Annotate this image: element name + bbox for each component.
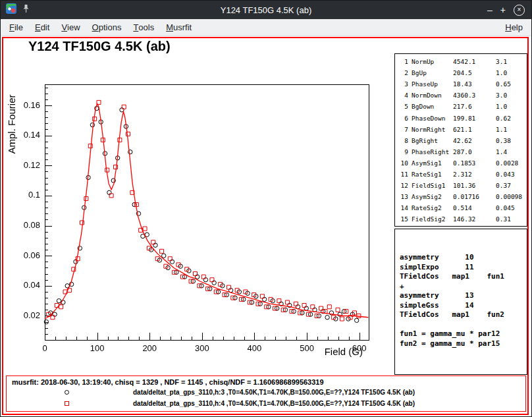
legend-box[interactable]: musrfit: 2018-06-30, 13:19:40, chisq = 1… <box>6 375 526 412</box>
plot-title: Y124 TF150G 4.5K (ab) <box>28 39 171 54</box>
theory-box[interactable]: asymmetry 10simplExpo 11TFieldCos map1 f… <box>394 229 527 375</box>
menu-file[interactable]: File <box>3 19 29 36</box>
menubar-right-items: Help <box>499 19 529 36</box>
theory-line: simpleGss 14 <box>400 301 527 311</box>
window-title: Y124 TF150G 4.5K (ab) <box>1 5 531 15</box>
close-button[interactable]: × <box>514 5 525 16</box>
parameter-row: 8BgRight42.620.38 <box>399 135 527 146</box>
theory-line: TFieldCos map1 fun2 <box>400 310 527 320</box>
parameter-row: 4NormDown4360.33.0 <box>399 90 527 101</box>
parameter-row: 9PhaseRight287.01.4 <box>399 146 527 157</box>
legend-label: data/deltat_pta_gps_3110,h:4 ,T0=4.50K,T… <box>133 400 415 407</box>
parameter-row: 6PhaseDown199.810.62 <box>399 112 527 123</box>
theory-line: fun1 = gamma_mu * par12 <box>400 329 527 339</box>
theory-lines: asymmetry 10simplExpo 11TFieldCos map1 f… <box>400 253 527 348</box>
root-canvas[interactable]: Y124 TF150G 4.5K (ab) Ampl. Fourier Fiel… <box>2 37 529 415</box>
parameter-row: 3PhaseUp18.430.65 <box>399 78 527 90</box>
app-window: Y124 TF150G 4.5K (ab) – + × FileEditView… <box>0 0 532 417</box>
theory-line: asymmetry 13 <box>400 291 527 301</box>
square-marker-icon <box>65 401 69 406</box>
parameter-row: 13AsymSig20.017160.00098 <box>399 191 527 202</box>
menubar-items: FileEditViewOptionsToolsMusrfit <box>3 19 198 36</box>
parameter-rows: 1NormUp4542.13.12BgUp204.51.03PhaseUp18.… <box>399 56 527 225</box>
circle-marker-icon <box>65 390 69 395</box>
parameter-row: 2BgUp204.51.0 <box>399 67 527 78</box>
menu-musrfit[interactable]: Musrfit <box>160 19 198 36</box>
pin-icon[interactable] <box>22 4 30 16</box>
parameter-row: 11RateSig12.3120.043 <box>399 169 527 180</box>
minimize-button[interactable]: – <box>487 5 492 14</box>
legend-entry: data/deltat_pta_gps_3110,h:3 ,T0=4.50K,T… <box>7 387 525 398</box>
parameter-row: 14RateSig20.5140.045 <box>399 202 527 213</box>
parameter-row: 15FieldSig2146.320.31 <box>399 213 527 225</box>
maximize-button[interactable]: + <box>500 5 506 14</box>
theory-line: + <box>400 282 527 292</box>
theory-line: fun2 = gamma_mu * par15 <box>400 339 527 349</box>
legend-entries: data/deltat_pta_gps_3110,h:3 ,T0=4.50K,T… <box>7 387 525 409</box>
parameter-box[interactable]: 1NormUp4542.13.12BgUp204.51.03PhaseUp18.… <box>394 53 527 227</box>
titlebar[interactable]: Y124 TF150G 4.5K (ab) – + × <box>1 1 531 19</box>
theory-line: simplExpo 11 <box>400 263 527 273</box>
legend-entry: data/deltat_pta_gps_3110,h:4 ,T0=4.50K,T… <box>7 398 525 409</box>
menu-edit[interactable]: Edit <box>29 19 55 36</box>
app-icon[interactable] <box>6 3 16 16</box>
menu-view[interactable]: View <box>55 19 86 36</box>
parameter-row: 1NormUp4542.13.1 <box>399 56 527 67</box>
parameter-row: 5BgDown217.61.0 <box>399 101 527 112</box>
menu-options[interactable]: Options <box>86 19 128 36</box>
theory-line: TFieldCos map1 fun1 <box>400 272 527 282</box>
parameter-row: 7NormRight621.11.1 <box>399 124 527 135</box>
menu-tools[interactable]: Tools <box>127 19 160 36</box>
fit-info: musrfit: 2018-06-30, 13:19:40, chisq = 1… <box>12 378 525 386</box>
menubar: FileEditViewOptionsToolsMusrfit Help <box>1 19 531 36</box>
theory-line: asymmetry 10 <box>400 253 527 263</box>
y-axis-title: Ampl. Fourier <box>6 65 17 184</box>
theory-line <box>400 320 527 330</box>
menu-help[interactable]: Help <box>499 19 529 36</box>
parameter-row: 10AsymSig10.18530.0028 <box>399 157 527 169</box>
parameter-row: 12FieldSig1101.360.37 <box>399 180 527 191</box>
legend-label: data/deltat_pta_gps_3110,h:3 ,T0=4.50K,T… <box>133 389 415 396</box>
x-axis-title: Field (G) <box>325 346 363 357</box>
